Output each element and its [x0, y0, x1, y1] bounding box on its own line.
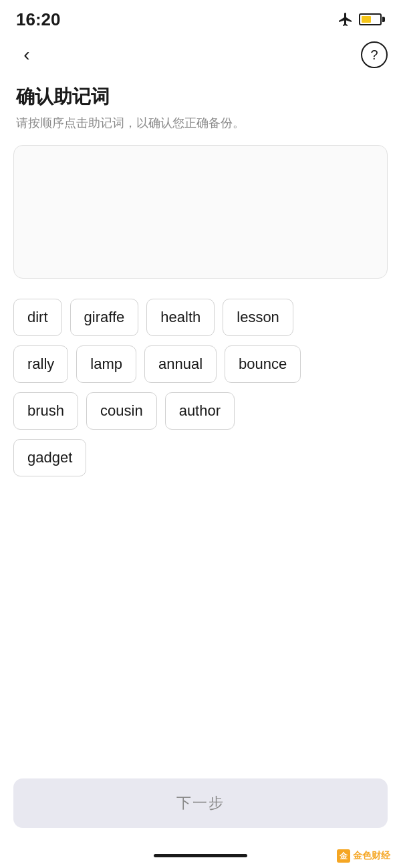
word-chip-author[interactable]: author: [165, 392, 235, 430]
page-title: 确认助记词: [16, 84, 385, 110]
title-section: 确认助记词 请按顺序点击助记词，以确认您正确备份。: [0, 79, 401, 145]
home-indicator: [154, 854, 247, 857]
airplane-icon: [338, 11, 354, 27]
next-button[interactable]: 下一步: [13, 778, 388, 828]
word-chip-annual[interactable]: annual: [144, 345, 217, 383]
word-chip-bounce[interactable]: bounce: [225, 345, 301, 383]
status-icons: [338, 11, 385, 27]
words-row-4: gadget: [13, 439, 388, 476]
words-row-3: brush cousin author: [13, 392, 388, 430]
word-chip-cousin[interactable]: cousin: [86, 392, 157, 430]
watermark-text: 金色财经: [353, 850, 390, 862]
battery-icon: [359, 13, 385, 25]
status-bar: 16:20: [0, 0, 401, 36]
help-button[interactable]: ?: [361, 41, 388, 68]
status-time: 16:20: [16, 9, 61, 30]
phrase-box: [13, 145, 388, 279]
word-chip-rally[interactable]: rally: [13, 345, 68, 383]
page-subtitle: 请按顺序点击助记词，以确认您正确备份。: [16, 115, 385, 132]
word-chip-health[interactable]: health: [146, 299, 215, 336]
word-chip-giraffe[interactable]: giraffe: [70, 299, 139, 336]
words-row-1: dirt giraffe health lesson: [13, 299, 388, 336]
word-chip-lesson[interactable]: lesson: [223, 299, 293, 336]
back-button[interactable]: ‹: [13, 41, 40, 68]
watermark: 金 金色财经: [337, 849, 390, 863]
words-row-2: rally lamp annual bounce: [13, 345, 388, 383]
word-chip-gadget[interactable]: gadget: [13, 439, 86, 476]
word-chip-dirt[interactable]: dirt: [13, 299, 62, 336]
watermark-icon: 金: [337, 849, 350, 863]
word-chip-brush[interactable]: brush: [13, 392, 78, 430]
words-section: dirt giraffe health lesson rally lamp an…: [0, 279, 401, 499]
bottom-section: 下一步: [0, 778, 401, 828]
word-chip-lamp[interactable]: lamp: [76, 345, 136, 383]
nav-bar: ‹ ?: [0, 36, 401, 79]
